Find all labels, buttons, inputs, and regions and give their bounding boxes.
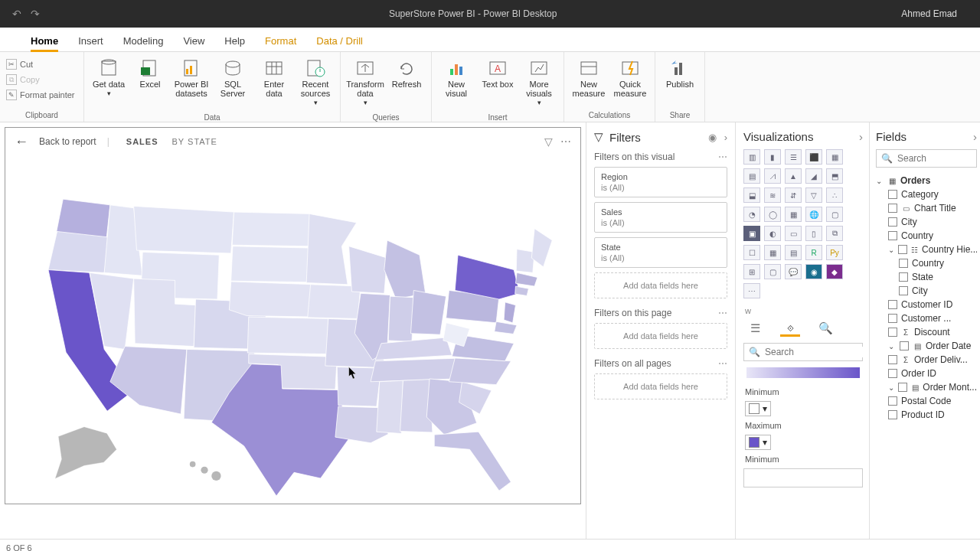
field-chart-title[interactable]: ▭Chart Title [876,201,977,215]
get-data-button[interactable]: Get data▾ [89,55,129,101]
back-arrow-icon[interactable]: ← [15,134,28,150]
section-menu-icon-3[interactable]: ⋯ [718,358,727,369]
viz-map[interactable]: 🌐 [805,207,822,222]
viz-table[interactable]: ▦ [764,245,781,260]
field-country[interactable]: Country [876,229,977,243]
visual-container[interactable]: ← Back to report | SALES BY STATE ▽ ⋯ [5,127,581,504]
state-montana[interactable] [134,206,234,253]
field-order-date[interactable]: ⌄▤Order Date [876,339,977,353]
filter-card-region[interactable]: Regionis (All) [594,167,727,197]
min-value-input[interactable] [743,468,863,487]
quick-measure-button[interactable]: Quick measure [610,55,650,101]
format-painter-button[interactable]: ✎Format painter [5,87,77,103]
state-tennessee[interactable] [371,358,461,382]
filter-card-state[interactable]: Stateis (All) [594,237,727,268]
viz-multi-card[interactable]: ▯ [805,226,822,241]
field-order-deliv[interactable]: ΣOrder Deliv... [876,353,977,367]
state-nebraska[interactable] [229,282,313,317]
state-new-jersey[interactable] [504,302,515,323]
tab-modeling[interactable]: Modeling [123,31,164,51]
field-customer[interactable]: Customer ... [876,311,977,325]
collapse-icon[interactable]: › [724,132,727,143]
section-menu-icon-2[interactable]: ⋯ [718,308,727,318]
state-michigan[interactable] [384,240,426,299]
state-oregon[interactable] [48,231,110,272]
eye-icon[interactable]: ◉ [708,132,717,143]
viz-scatter[interactable]: ∴ [826,187,843,203]
viz-funnel[interactable]: ▽ [805,187,822,203]
state-hawaii[interactable] [190,461,196,468]
redo-button[interactable]: ↷ [26,5,44,23]
state-hawaii-2[interactable] [201,467,207,474]
field-city[interactable]: City [876,215,977,229]
viz-qa[interactable]: 💬 [785,264,802,279]
us-map-visual[interactable] [10,158,576,499]
state-n-carolina[interactable] [449,358,511,385]
viz-stacked-col[interactable]: ▦ [826,149,843,165]
viz-waterfall[interactable]: ⇵ [785,187,802,203]
tab-home[interactable]: Home [31,31,58,51]
state-alaska[interactable] [55,427,116,479]
publish-button[interactable]: Publish [660,55,700,92]
state-hawaii-3[interactable] [211,471,220,481]
state-ohio[interactable] [410,290,446,334]
viz-clustered-bar[interactable]: ☰ [785,149,802,165]
field-h-country[interactable]: Country [876,256,977,270]
viz-shape-map[interactable]: ▣ [743,226,760,241]
analytics-tab-icon[interactable]: 🔍 [815,320,835,337]
tab-view[interactable]: View [183,31,204,51]
drop-page-filters[interactable]: Add data fields here [594,323,727,349]
field-discount[interactable]: ΣDiscount [876,325,977,339]
max-color-picker[interactable]: ▾ [745,435,771,450]
viz-stacked-bar[interactable]: ▥ [743,149,760,165]
viz-arcgis[interactable]: ◉ [805,264,822,279]
field-order-month[interactable]: ⌄▤Order Mont... [876,380,977,394]
viz-kpi[interactable]: ⧉ [826,226,843,241]
viz-line[interactable]: ⩘ [764,168,781,184]
viz-decomp[interactable]: ▢ [764,264,781,279]
state-s-dakota[interactable] [231,246,309,282]
field-category[interactable]: Category [876,187,977,201]
state-mississippi[interactable] [377,380,403,433]
viz-key-infl[interactable]: ⊞ [743,264,760,279]
field-h-city[interactable]: City [876,284,977,298]
field-customer-id[interactable]: Customer ID [876,298,977,311]
viz-more[interactable]: ⋯ [743,283,760,298]
format-search[interactable]: 🔍 [743,343,863,361]
viz-py[interactable]: Py [826,245,843,260]
section-menu-icon[interactable]: ⋯ [718,152,727,162]
new-measure-button[interactable]: New measure [569,55,609,101]
viz-combo2[interactable]: ⬓ [743,187,760,203]
state-n-dakota[interactable] [232,212,310,246]
fields-tab-icon[interactable]: ☰ [745,320,765,337]
drop-visual-filters[interactable]: Add data fields here [594,272,727,298]
state-indiana[interactable] [388,296,413,341]
back-to-report[interactable]: Back to report [39,136,96,147]
excel-button[interactable]: Excel [130,55,170,92]
filter-card-sales[interactable]: Salesis (All) [594,202,727,233]
field-postal[interactable]: Postal Code [876,394,977,408]
state-new-york[interactable] [455,255,520,299]
cut-button[interactable]: ✂Cut [5,57,34,72]
min-color-picker[interactable]: ▾ [745,401,771,416]
new-visual-button[interactable]: New visual [436,55,476,101]
checkbox[interactable] [888,190,897,199]
viz-filled-map[interactable]: ▢ [826,207,843,222]
viz-tree[interactable]: ▦ [785,207,802,222]
drill-level-sales[interactable]: SALES [126,137,158,146]
viz-slicer[interactable]: ☐ [743,245,760,260]
viz-card[interactable]: ▭ [785,226,802,241]
drill-level-state[interactable]: BY STATE [172,137,217,146]
tab-insert[interactable]: Insert [78,31,103,51]
user-name[interactable]: Ahmed Emad [901,8,957,19]
state-florida[interactable] [434,432,511,491]
state-vermont-nh[interactable] [516,249,534,273]
recent-sources-button[interactable]: Recent sources▾ [296,55,335,110]
viz-bar[interactable]: ▮ [764,149,781,165]
tab-format[interactable]: Format [265,31,296,51]
fields-search[interactable]: 🔍 [876,149,977,168]
state-mass[interactable] [515,272,537,286]
field-product-id[interactable]: Product ID [876,408,977,422]
fields-collapse-icon[interactable]: › [973,130,977,143]
state-maine[interactable] [531,229,552,267]
